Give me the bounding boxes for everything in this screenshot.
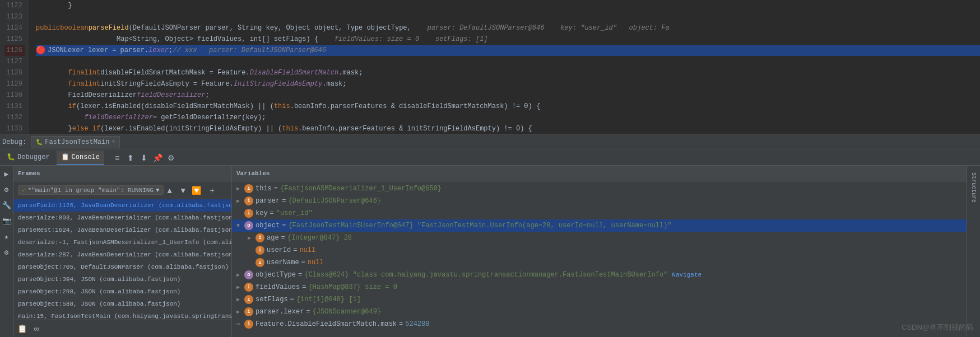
config-icon[interactable]: ⚙ (1, 246, 13, 259)
debug-tab-bar: 🐛 Debugger 📋 Console ≡ ⬆ ⬇ 📌 ⚙ (0, 150, 980, 166)
frame-item-3[interactable]: parseRest:1624, JavaBeanDeserializer (co… (13, 224, 231, 236)
pin-btn[interactable]: 📌 (151, 152, 164, 164)
tab-console[interactable]: 📋 Console (57, 151, 104, 165)
settings-btn2[interactable]: ⚙ (165, 152, 177, 164)
var-eq-setflags: = (290, 296, 294, 303)
line-numbers: 1122 1123 1124 1125 1126 1127 1128 1129 … (0, 0, 29, 134)
move-down-btn[interactable]: ⬇ (138, 152, 150, 164)
variables-list: ▶ i this = {FastjsonASMDeserializer_1_Us… (232, 181, 967, 337)
var-item-key[interactable]: i key = "user_id" (232, 207, 967, 219)
var-icon-feature-mask: i (244, 320, 253, 329)
code-line-1126: 🔴 JSONLexer lexer = parser.lexer; // xxx… (36, 45, 980, 56)
frame-text-10: main:15, FastJsonTestMain (com.haiyang.j… (18, 313, 231, 320)
restore-layout-btn[interactable]: ≡ (111, 152, 123, 164)
debug-session-close[interactable]: × (112, 139, 115, 145)
expand-object: ▼ (236, 223, 244, 229)
expand-parser: ▶ (236, 198, 244, 204)
var-item-feature-mask[interactable]: ∞ i Feature.DisableFieldSmartMatch.mask … (232, 318, 967, 330)
var-value-object: {FastJsonTestMain$UserInfo@647} "FastJso… (288, 222, 671, 230)
var-value-key: "user_id" (276, 209, 313, 217)
var-name-this: this (256, 185, 272, 193)
resume-icon[interactable]: ▶ (1, 168, 13, 180)
var-eq-this: = (274, 185, 278, 193)
next-frame-btn[interactable]: ▼ (177, 184, 189, 196)
var-item-objecttype[interactable]: ▶ o objectType = {Class@624} "class com.… (232, 269, 967, 281)
frame-item-9[interactable]: parseObject:588, JSON (com.alibaba.fastj… (13, 298, 231, 310)
var-item-parserlexer[interactable]: ▶ i parser.lexer = {JSONScanner@649} (232, 306, 967, 318)
structure-icon[interactable]: Structure (968, 168, 980, 207)
frame-item-4[interactable]: deserialze:-1, FastjsonASMDeserializer_1… (13, 236, 231, 249)
var-value-fieldvalues: {HashMap@837} size = 0 (308, 283, 397, 291)
copy-btn[interactable]: 📋 (16, 322, 28, 335)
expand-fieldvalues: ▶ (236, 284, 244, 291)
debugger-icon: 🐛 (7, 153, 15, 161)
frame-item-7[interactable]: parseObject:394, JSON (com.alibaba.fastj… (13, 273, 231, 285)
frame-text-5: deserialze:287, JavaBeanDeserializer (co… (18, 251, 231, 258)
kw-boolean: boolean (60, 22, 88, 34)
code-line-1131: if (lexer.isEnabled(disableFieldSmartMat… (36, 101, 980, 112)
line-num-1124: 1124 (4, 22, 25, 34)
prev-frame-btn[interactable]: ▲ (164, 184, 176, 196)
wrench-icon[interactable]: ⚙ (1, 184, 13, 196)
tool-icon[interactable]: 🔧 (1, 199, 13, 212)
frame-text-6: parseObject:705, DefaultJSONParser (com.… (18, 264, 229, 270)
add-frame-btn[interactable]: + (206, 184, 219, 196)
var-name-fieldvalues: fieldValues (256, 283, 300, 291)
thread-label: *"main"@1 in group "main": RUNNING (28, 187, 154, 194)
field-deser: fieldDeserializer (137, 90, 205, 101)
frame-item-1[interactable]: parseField:1126, JavaBeanDeserializer (c… (13, 199, 231, 212)
var-eq-objecttype: = (298, 271, 302, 279)
line-num-1127: 1127 (4, 56, 25, 67)
tab-debugger[interactable]: 🐛 Debugger (2, 151, 54, 165)
debug-main-content: ▶ ⚙ 🔧 📷 ★ ⚙ Frames ✓ *"main"@1 in group … (0, 166, 980, 337)
frame-text-7: parseObject:394, JSON (com.alibaba.fastj… (18, 276, 180, 283)
move-up-btn[interactable]: ⬆ (124, 152, 137, 164)
favorite-icon[interactable]: ★ (1, 231, 13, 243)
code-text: } (36, 0, 72, 11)
thread-controls: ▲ ▼ 🔽 + (164, 184, 219, 196)
frame-item-6[interactable]: parseObject:705, DefaultJSONParser (com.… (13, 261, 231, 273)
var-item-object[interactable]: ▼ o object = {FastJsonTestMain$UserInfo@… (232, 219, 967, 232)
kw-this-1131: this (274, 101, 290, 112)
field-deser2: fieldDeserializer (84, 112, 152, 123)
var-value-objecttype: {Class@624} "class com.haiyang.javastu.s… (304, 271, 667, 279)
navigate-objecttype[interactable]: Navigate (672, 272, 702, 278)
var-eq-username: = (301, 259, 305, 266)
var-name-object: object (256, 222, 280, 230)
var-disable: disableFieldSmartMatchMask = Feature. (100, 67, 249, 78)
variables-header-label: Variables (236, 170, 270, 177)
debug-session-item[interactable]: 🐛 FastJsonTestMain × (31, 136, 120, 148)
field-lexer: lexer (148, 45, 169, 56)
code-text-1132b: = getFieldDeserializer(key); (153, 112, 266, 123)
var-icon-username: i (256, 258, 264, 267)
frame-text-1: parseField:1126, JavaBeanDeserializer (c… (18, 202, 231, 209)
var-item-age[interactable]: ▶ i age = {Integer@847} 28 (232, 232, 967, 244)
camera-icon[interactable]: 📷 (1, 215, 13, 227)
var-item-this[interactable]: ▶ i this = {FastjsonASMDeserializer_1_Us… (232, 182, 967, 195)
frame-item-5[interactable]: deserialze:287, JavaBeanDeserializer (co… (13, 249, 231, 261)
var-item-username[interactable]: i userName = null (232, 256, 967, 269)
fn-parsefield: parseField (89, 22, 129, 34)
var-item-userid[interactable]: i userId = null (232, 244, 967, 256)
thread-selector[interactable]: ✓ *"main"@1 in group "main": RUNNING ▼ (18, 185, 164, 195)
line-num-1125: 1125 (4, 34, 25, 45)
code-line-1123 (36, 11, 980, 22)
debug-session-bar: Debug: 🐛 FastJsonTestMain × (0, 134, 980, 150)
filter-frames-btn[interactable]: 🔽 (191, 184, 203, 196)
kw-public: public (36, 22, 60, 34)
frame-text-4: deserialze:-1, FastjsonASMDeserializer_1… (18, 239, 231, 246)
frame-item-2[interactable]: deserialze:893, JavaBeanDeserializer (co… (13, 212, 231, 224)
code-line-1124: public boolean parseField (DefaultJSONPa… (36, 22, 980, 34)
var-item-fieldvalues[interactable]: ▶ i fieldValues = {HashMap@837} size = 0 (232, 281, 967, 293)
expand-key (236, 210, 244, 217)
kw-int2: int (89, 78, 101, 90)
var-value-age: {Integer@847} 28 (287, 234, 352, 242)
frame-item-8[interactable]: parseObject:298, JSON (com.alibaba.fastj… (13, 285, 231, 298)
var-item-setflags[interactable]: ▶ i setFlags = {int[1]@648} [1] (232, 293, 967, 306)
more-btn[interactable]: ∞ (30, 322, 43, 335)
code-line-1129: final int initStringFieldAsEmpty = Featu… (36, 78, 980, 90)
var-item-parser[interactable]: ▶ i parser = {DefaultJSONParser@646} (232, 195, 967, 207)
var-name-setflags: setFlags (256, 296, 288, 303)
frame-item-10[interactable]: main:15, FastJsonTestMain (com.haiyang.j… (13, 310, 231, 320)
expand-this: ▶ (236, 185, 244, 192)
